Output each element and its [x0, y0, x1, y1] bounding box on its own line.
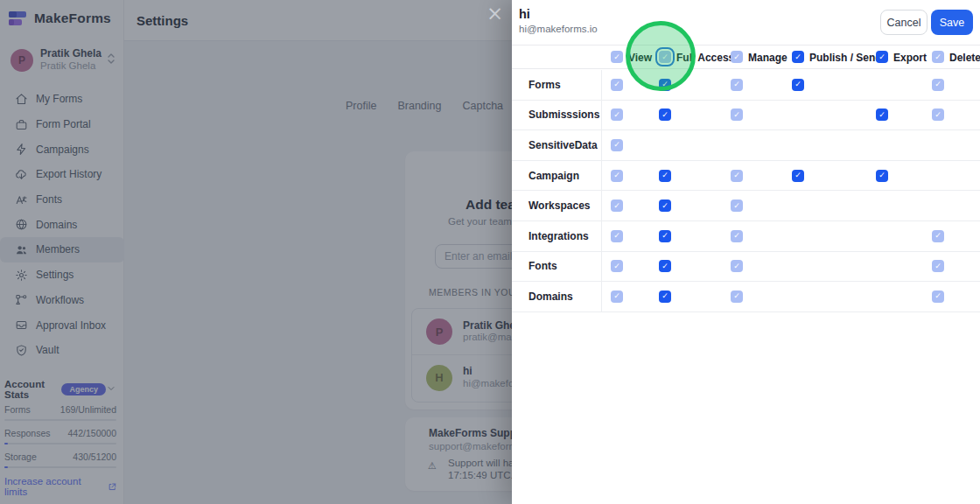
column-label-delete: Delete — [949, 52, 980, 64]
fonts-view-checkbox[interactable] — [611, 260, 623, 272]
save-button[interactable]: Save — [931, 10, 973, 35]
submisssions-delete-checkbox[interactable] — [932, 108, 944, 121]
sensitivedata-view-checkbox[interactable] — [611, 139, 623, 151]
header-view-checkbox[interactable] — [611, 51, 623, 63]
perm-row-label: Integrations — [528, 230, 589, 242]
perm-row-label: SensitiveData — [528, 139, 598, 151]
workspaces-full-access-checkbox[interactable] — [659, 200, 671, 212]
cancel-button[interactable]: Cancel — [880, 10, 928, 35]
campaign-export-checkbox[interactable] — [876, 170, 888, 182]
table-column-divider — [601, 70, 602, 312]
member-permissions-modal: hi hi@makeforms.io Cancel Save ViewFull … — [512, 0, 980, 504]
fonts-manage-checkbox[interactable] — [731, 260, 743, 272]
header-manage-checkbox[interactable] — [731, 51, 743, 63]
campaign-manage-checkbox[interactable] — [731, 170, 743, 182]
submisssions-export-checkbox[interactable] — [876, 108, 888, 121]
column-label-export: Export — [893, 52, 927, 64]
integrations-view-checkbox[interactable] — [611, 230, 623, 242]
perm-row-fonts: Fonts — [512, 252, 980, 283]
header-export-checkbox[interactable] — [876, 51, 888, 63]
column-label-publish-send: Publish / Send — [809, 52, 882, 64]
domains-view-checkbox[interactable] — [611, 290, 623, 303]
forms-delete-checkbox[interactable] — [932, 79, 944, 91]
perm-row-integrations: Integrations — [512, 221, 980, 252]
column-label-view: View — [628, 52, 652, 64]
perm-row-submisssions: Submisssions — [512, 101, 980, 131]
column-label-manage: Manage — [748, 52, 788, 64]
fonts-delete-checkbox[interactable] — [932, 260, 944, 272]
forms-publish-send-checkbox[interactable] — [792, 79, 804, 91]
modal-subtitle: hi@makeforms.io — [519, 24, 598, 34]
perm-row-label: Campaign — [528, 170, 579, 182]
integrations-full-access-checkbox[interactable] — [659, 230, 671, 242]
perm-row-campaign: Campaign — [512, 161, 980, 192]
integrations-delete-checkbox[interactable] — [932, 230, 944, 242]
permissions-header-row: ViewFull AccessManagePublish / SendExpor… — [512, 45, 980, 69]
forms-view-checkbox[interactable] — [611, 79, 623, 91]
perm-row-domains: Domains — [512, 282, 980, 312]
header-publish-send-checkbox[interactable] — [792, 51, 804, 63]
perm-row-label: Fonts — [528, 260, 557, 272]
modal-title: hi — [519, 7, 530, 21]
integrations-manage-checkbox[interactable] — [731, 230, 743, 242]
campaign-publish-send-checkbox[interactable] — [792, 170, 804, 182]
close-icon[interactable]: × — [486, 4, 503, 24]
campaign-view-checkbox[interactable] — [611, 170, 623, 182]
perm-row-label: Domains — [528, 290, 573, 303]
workspaces-view-checkbox[interactable] — [611, 200, 623, 212]
perm-row-label: Submisssions — [528, 108, 599, 121]
permissions-table: FormsSubmisssionsSensitiveDataCampaignWo… — [512, 70, 980, 312]
forms-manage-checkbox[interactable] — [731, 79, 743, 91]
campaign-full-access-checkbox[interactable] — [659, 170, 671, 182]
column-label-full-access: Full Access — [676, 52, 734, 64]
perm-row-workspaces: Workspaces — [512, 191, 980, 221]
domains-manage-checkbox[interactable] — [731, 290, 743, 303]
perm-row-sensitivedata: SensitiveData — [512, 130, 980, 161]
submisssions-view-checkbox[interactable] — [611, 108, 623, 121]
perm-row-forms: Forms — [512, 70, 980, 101]
forms-full-access-checkbox[interactable] — [659, 79, 671, 91]
header-full-access-checkbox[interactable] — [659, 51, 671, 63]
domains-delete-checkbox[interactable] — [932, 290, 944, 303]
perm-row-label: Workspaces — [528, 200, 590, 212]
fonts-full-access-checkbox[interactable] — [659, 260, 671, 272]
workspaces-manage-checkbox[interactable] — [731, 200, 743, 212]
submisssions-full-access-checkbox[interactable] — [659, 108, 671, 121]
domains-full-access-checkbox[interactable] — [659, 290, 671, 303]
perm-row-label: Forms — [528, 79, 561, 91]
header-delete-checkbox[interactable] — [932, 51, 944, 63]
submisssions-manage-checkbox[interactable] — [731, 108, 743, 121]
